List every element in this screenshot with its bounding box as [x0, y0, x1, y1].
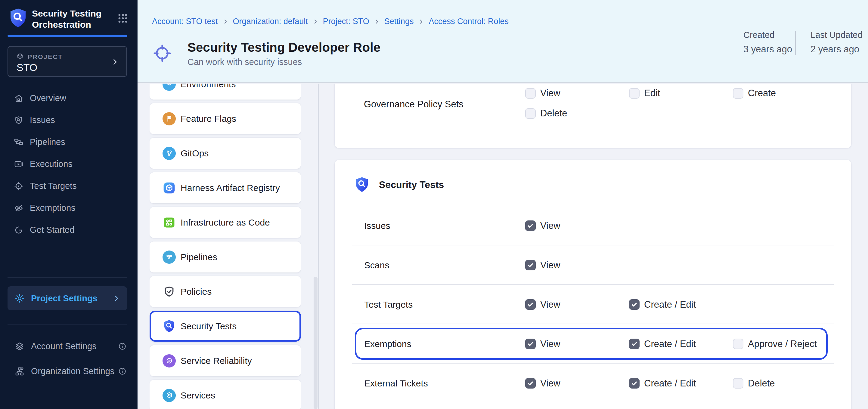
- resource-card-label: Pipelines: [181, 252, 217, 262]
- sidebar-divider: [7, 324, 127, 325]
- role-target-icon: [152, 43, 172, 63]
- pipelines-res-icon: [162, 250, 176, 264]
- organization-settings-label: Organization Settings: [31, 366, 114, 376]
- breadcrumb-item[interactable]: Settings: [384, 17, 414, 26]
- check-icon: [630, 301, 638, 308]
- home-icon: [13, 93, 24, 103]
- checkbox-label[interactable]: Delete: [540, 108, 567, 119]
- shield-search-icon: [13, 115, 24, 126]
- permission: Create / Edit: [629, 378, 733, 389]
- permission-row-external-tickets: External Tickets View Create / Edit Dele…: [335, 364, 851, 403]
- checkbox-label[interactable]: View: [540, 339, 560, 349]
- checkbox-label[interactable]: Edit: [644, 88, 660, 99]
- project-selector[interactable]: PROJECT STO: [7, 46, 127, 77]
- check-icon: [630, 340, 638, 348]
- cube-icon: [16, 53, 24, 61]
- checkbox-delete-unchecked[interactable]: [525, 108, 536, 119]
- checkbox-approve-reject-unchecked[interactable]: [733, 339, 743, 349]
- checkbox-label[interactable]: Create / Edit: [644, 299, 696, 310]
- app-title-line2: Orchestration: [32, 19, 104, 30]
- breadcrumb-item[interactable]: Access Control: Roles: [429, 17, 509, 26]
- resource-card-services[interactable]: Services: [150, 380, 301, 409]
- checkbox-create-edit-checked[interactable]: [629, 339, 640, 349]
- breadcrumb-item[interactable]: Project: STO: [323, 17, 369, 26]
- sidebar-item-overview[interactable]: Overview: [0, 87, 137, 109]
- services-glyph: [165, 391, 174, 400]
- org-chart-gear-icon: [14, 366, 25, 377]
- resource-card-label: Environments: [181, 83, 236, 89]
- checkbox-view-checked[interactable]: [525, 339, 536, 349]
- permission: Edit: [629, 88, 733, 99]
- checkbox-label[interactable]: View: [540, 220, 560, 231]
- checkbox-create-edit-checked[interactable]: [629, 299, 640, 310]
- iac-icon: [162, 216, 176, 229]
- apps-grid-icon[interactable]: [117, 13, 128, 24]
- checkbox-label[interactable]: View: [540, 299, 560, 310]
- breadcrumb-item[interactable]: Organization: default: [233, 17, 308, 26]
- checkbox-label[interactable]: View: [540, 378, 560, 389]
- sidebar-item-executions[interactable]: Executions: [0, 153, 137, 175]
- checkbox-label[interactable]: Create / Edit: [644, 378, 696, 389]
- sidebar-item-pipelines[interactable]: Pipelines: [0, 131, 137, 153]
- permission: View: [525, 378, 629, 389]
- checkbox-label[interactable]: View: [540, 260, 560, 271]
- checkbox-label[interactable]: Delete: [748, 378, 775, 389]
- sidebar-divider: [7, 277, 127, 278]
- panel-scrollbar-thumb[interactable]: [314, 277, 317, 409]
- resource-card-infrastructure-as-code[interactable]: Infrastructure as Code: [150, 207, 301, 238]
- created-value: 3 years ago: [743, 44, 796, 55]
- breadcrumb-item[interactable]: Account: STO test: [152, 17, 218, 26]
- page-header: Account: STO test Organization: default …: [137, 0, 868, 83]
- permission: Approve / Reject: [733, 339, 837, 349]
- sidebar-item-exemptions[interactable]: Exemptions: [0, 197, 137, 219]
- srm-icon: [162, 354, 176, 368]
- checkbox-label[interactable]: Approve / Reject: [748, 339, 817, 349]
- check-icon: [527, 222, 534, 230]
- har-icon: [162, 181, 176, 195]
- checkbox-view-unchecked[interactable]: [525, 88, 536, 99]
- chevron-right-icon: [222, 19, 228, 25]
- services-icon: [162, 389, 176, 402]
- resource-card-policies[interactable]: Policies: [150, 276, 301, 307]
- resource-card-environments[interactable]: Environments: [150, 83, 301, 100]
- app-title-line1: Security Testing: [32, 8, 104, 19]
- checkbox-view-checked[interactable]: [525, 299, 536, 310]
- permission: Delete: [733, 378, 837, 389]
- governance-permission-row: Delete: [525, 108, 629, 119]
- resource-card-harness-artifact-registry[interactable]: Harness Artifact Registry: [150, 172, 301, 203]
- gitops-glyph: [165, 149, 174, 158]
- sidebar-item-test-targets[interactable]: Test Targets: [0, 175, 137, 197]
- resource-card-label: Feature Flags: [181, 114, 236, 124]
- checkbox-view-checked[interactable]: [525, 260, 536, 270]
- checkbox-label[interactable]: Create: [748, 88, 776, 99]
- chevron-right-icon: [113, 295, 120, 302]
- sidebar-item-get-started[interactable]: Get Started: [0, 219, 137, 241]
- info-icon[interactable]: [118, 367, 127, 376]
- page-title: Security Testing Developer Role: [187, 40, 380, 55]
- checkbox-delete-unchecked[interactable]: [733, 378, 743, 388]
- resource-card-pipelines[interactable]: Pipelines: [150, 241, 301, 272]
- resource-card-service-reliability[interactable]: Service Reliability: [150, 345, 301, 376]
- resource-card-security-tests[interactable]: Security Tests: [150, 311, 301, 342]
- checkbox-create-edit-checked[interactable]: [629, 378, 640, 388]
- sidebar-nav: Overview Issues Pipelines Executions Tes…: [0, 87, 137, 241]
- chevron-right-icon: [374, 19, 380, 25]
- sidebar-item-organization-settings[interactable]: Organization Settings: [7, 360, 131, 382]
- sidebar-item-project-settings[interactable]: Project Settings: [7, 286, 127, 310]
- resource-card-feature-flags[interactable]: Feature Flags: [150, 103, 301, 134]
- checkbox-view-checked[interactable]: [525, 378, 536, 388]
- sidebar-item-issues[interactable]: Issues: [0, 109, 137, 131]
- info-icon[interactable]: [118, 342, 127, 351]
- checkbox-view-checked[interactable]: [525, 220, 536, 231]
- checkbox-label[interactable]: Create / Edit: [644, 339, 696, 349]
- check-icon: [527, 261, 534, 269]
- checkbox-label[interactable]: View: [540, 88, 560, 99]
- checkbox-edit-unchecked[interactable]: [629, 88, 640, 99]
- sidebar-item-account-settings[interactable]: Account Settings: [7, 335, 131, 357]
- chevron-right-icon: [111, 58, 119, 66]
- last-updated-block: Last Updated 2 years ago: [810, 30, 863, 55]
- resource-card-gitops[interactable]: GitOps: [150, 138, 301, 169]
- permission: Create / Edit: [629, 299, 733, 310]
- checkbox-create-unchecked[interactable]: [733, 88, 743, 99]
- pipelines-res-glyph: [165, 252, 174, 261]
